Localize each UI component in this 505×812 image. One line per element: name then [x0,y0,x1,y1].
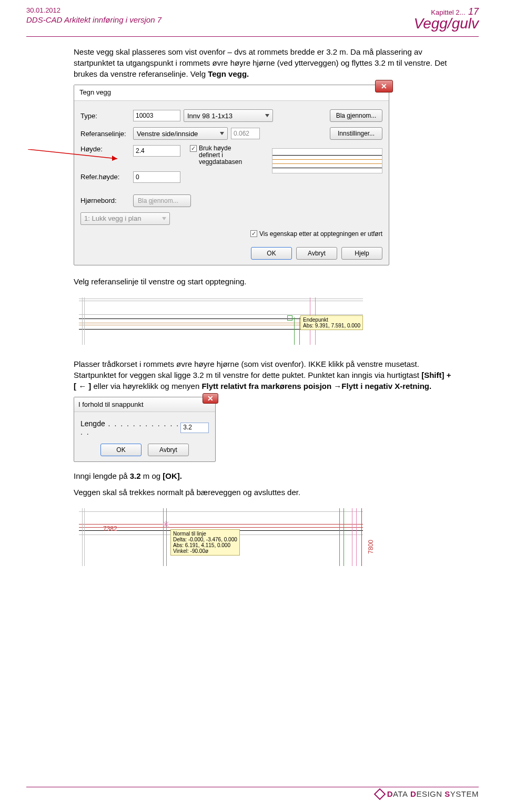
height-field[interactable]: 2.4 [133,145,180,157]
paragraph-normal: Veggen skal så trekkes normalt på bæreve… [74,487,452,498]
cross-marker-icon: ✳ [162,522,170,527]
use-db-height-label: Bruk høyde definert i veggdatabasen [199,145,251,166]
close-wall-value: 1: Lukk vegg i plan [84,214,141,222]
length-label: Lengde . . . . . . . . . . . . . . [80,419,180,436]
chevron-down-icon [265,114,269,117]
dialog-title: Tegn vegg [74,85,389,101]
dds-logo-icon [373,788,386,800]
chevron-down-icon [220,132,224,135]
settings-button[interactable]: Innstillinger... [330,127,382,140]
type-name-combo[interactable]: Innv 98 1-1x13 [184,109,273,122]
show-props-checkbox[interactable]: ✓ [250,230,257,237]
refline-label: Referanselinje: [80,130,133,138]
header-date: 30.01.2012 [26,6,161,14]
refline-offset: 0.062 [231,128,260,139]
figure-normal-line: 7382 7800 ✳ Normal til linje Delta: -0.0… [74,503,368,571]
dimension-left: 7382 [103,525,117,532]
type-label: Type: [80,112,133,120]
type-number-field[interactable]: 10003 [133,110,180,121]
height-label: Høyde: [80,145,133,153]
refline-combo[interactable]: Venstre side/innside [133,127,228,140]
ok-button[interactable]: OK [251,247,292,260]
type-name-value: Innv 98 1-1x13 [187,112,233,120]
snap-dialog-title: I forhold til snappunkt [74,397,215,412]
browse-type-button[interactable]: Bla gjennom... [330,109,382,122]
page-footer: DATA DESIGN SYSTEM [26,787,479,798]
cancel-button[interactable]: Avbryt [296,247,337,260]
refheight-field[interactable]: 0 [133,171,180,183]
use-db-height-checkbox[interactable]: ✓ [190,145,197,152]
chevron-down-icon [162,217,166,220]
help-button[interactable]: Hjelp [341,247,382,260]
tegn-vegg-dialog: ✕ Tegn vegg Type: 10003 Innv 98 1-1x13 B… [74,85,389,265]
paragraph-intro: Neste vegg skal plasseres som vist ovenf… [74,46,452,79]
section-title: Vegg/gulv [414,15,479,32]
close-wall-combo[interactable]: 1: Lukk vegg i plan [80,212,170,225]
snap-marker-icon [287,315,292,321]
footer-divider [26,787,479,787]
tooltip-normal: Normal til linje Delta: -0.000, -3.476, … [170,529,240,556]
refheight-label: Refer.høyde: [80,173,133,181]
cancel-button[interactable]: Avbryt [148,444,189,456]
snap-offset-dialog: ✕ I forhold til snappunkt Lengde . . . .… [74,397,216,462]
cornerboard-label: Hjørnebord: [80,197,133,204]
length-input[interactable]: 3.2 [180,423,209,433]
close-icon[interactable]: ✕ [375,80,393,92]
tooltip-endpoint: Endepunkt Abs: 9.391, 7.591, 0.000 [300,315,363,330]
close-icon[interactable]: ✕ [203,393,218,404]
paragraph-cross: Plasser trådkorset i rommets øvre høyre … [74,358,452,392]
paragraph-length: Inngi lengde på 3.2 m og [OK]. [74,470,452,481]
page-header: 30.01.2012 DDS-CAD Arkitekt innføring i … [0,0,505,35]
show-props-label: Vis egenskap etter at opptegningen er ut… [259,230,382,238]
cornerboard-browse-button[interactable]: Bla gjennom... [133,194,191,207]
figure-snap-endpoint: Endepunkt Abs: 9.391, 7.591, 0.000 [74,292,368,350]
paragraph-ref: Velg referanselinje til venstre og start… [74,276,452,287]
doc-title: DDS-CAD Arkitekt innføring i versjon 7 [26,15,161,24]
refline-value: Venstre side/innside [137,130,198,138]
dds-brand: DATA DESIGN SYSTEM [387,789,479,798]
dimension-right: 7800 [367,540,375,554]
ok-button[interactable]: OK [100,444,142,456]
wall-preview [272,148,382,173]
